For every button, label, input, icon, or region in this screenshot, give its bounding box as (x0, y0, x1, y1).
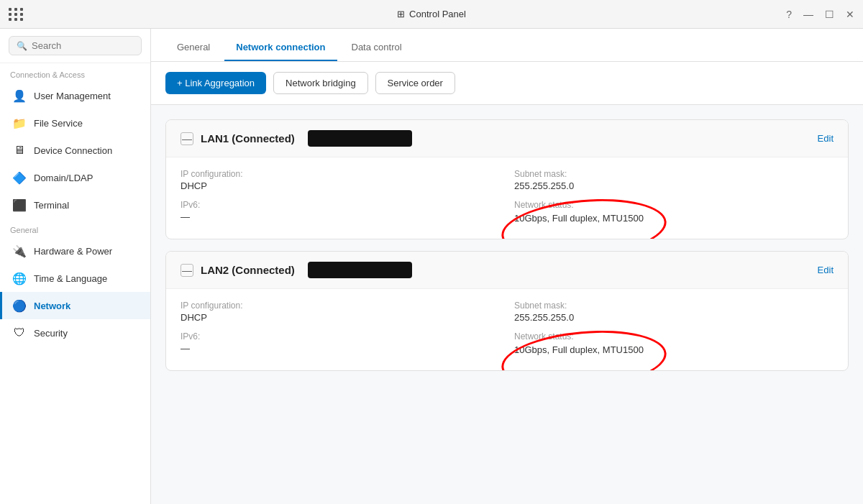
lan2-title: LAN2 (Connected) (201, 264, 295, 276)
sidebar-item-label: Network (34, 301, 70, 311)
sidebar-item-user-management[interactable]: 👤 User Management (0, 82, 150, 109)
sidebar-item-label: User Management (34, 91, 111, 101)
lan2-body: IP configuration: DHCP Subnet mask: 255.… (166, 289, 848, 370)
lan1-ip-config-label: IP configuration: (181, 169, 500, 179)
sidebar-item-security[interactable]: 🛡 Security (0, 319, 150, 347)
lan1-ipv6-value: — (181, 211, 500, 222)
window-icon: ⊞ (397, 9, 405, 19)
window-title: ⊞ Control Panel (397, 9, 466, 19)
link-aggregation-button[interactable]: + Link Aggregation (165, 72, 266, 94)
search-input[interactable] (32, 40, 134, 51)
lan1-minimize-button[interactable]: — (181, 132, 193, 145)
lan2-subnet-value: 255.255.255.0 (514, 312, 834, 323)
lan1-edit-button[interactable]: Edit (818, 133, 834, 144)
lan1-mac (308, 130, 412, 147)
service-order-button[interactable]: Service order (375, 72, 455, 94)
sidebar-item-device-connection[interactable]: 🖥 Device Connection (0, 137, 150, 164)
lan2-ip-config-field: IP configuration: DHCP (181, 301, 500, 323)
lan2-header: — LAN2 (Connected) Edit (166, 252, 848, 289)
network-bridging-button[interactable]: Network bridging (273, 72, 368, 94)
lan2-network-status-box: 10Gbps, Full duplex, MTU1500 (514, 344, 644, 355)
titlebar: ⊞ Control Panel ? — ☐ ✕ (0, 0, 863, 29)
sidebar-item-label: Security (34, 328, 68, 339)
lan2-network-status-field: Network status: 10Gbps, Full duplex, MTU… (514, 331, 834, 356)
main-scroll-area: — LAN1 (Connected) Edit IP configuration… (151, 105, 863, 504)
tab-data-control[interactable]: Data control (340, 35, 414, 61)
lan1-network-status-box: 10Gbps, Full duplex, MTU1500 (514, 213, 644, 224)
minimize-button[interactable]: — (803, 9, 813, 19)
sidebar-item-label: Terminal (34, 200, 69, 211)
network-icon: 🔵 (12, 298, 27, 313)
lan1-subnet-value: 255.255.255.0 (514, 180, 834, 191)
maximize-button[interactable]: ☐ (825, 9, 834, 19)
lan1-network-status-field: Network status: 10Gbps, Full duplex, MTU… (514, 200, 834, 224)
sidebar-item-label: Hardware & Power (34, 246, 112, 257)
security-icon: 🛡 (12, 326, 27, 340)
sidebar-item-terminal[interactable]: ⬛ Terminal (0, 191, 150, 219)
lan2-minimize-button[interactable]: — (181, 264, 193, 277)
sidebar-search-area: 🔍 (0, 29, 150, 63)
lan1-ip-config-field: IP configuration: DHCP (181, 169, 500, 191)
lan2-network-status-label: Network status: (514, 331, 834, 342)
sidebar-item-network[interactable]: 🔵 Network (0, 292, 150, 319)
help-button[interactable]: ? (786, 9, 792, 19)
close-button[interactable]: ✕ (846, 9, 854, 19)
lan1-ipv6-field: IPv6: — (181, 200, 500, 224)
sidebar-item-hardware-power[interactable]: 🔌 Hardware & Power (0, 237, 150, 265)
time-language-icon: 🌐 (12, 271, 27, 285)
lan1-body: IP configuration: DHCP Subnet mask: 255.… (166, 157, 848, 239)
lan2-subnet-label: Subnet mask: (514, 301, 834, 311)
sidebar-item-domain-ldap[interactable]: 🔷 Domain/LDAP (0, 164, 150, 191)
lan2-mac (308, 262, 412, 278)
tab-general[interactable]: General (165, 35, 222, 61)
file-service-icon: 📁 (12, 116, 27, 130)
lan2-ip-config-label: IP configuration: (181, 301, 500, 311)
lan1-card: — LAN1 (Connected) Edit IP configuration… (165, 119, 849, 239)
lan1-ip-config-value: DHCP (181, 180, 500, 191)
lan2-ip-config-value: DHCP (181, 312, 500, 323)
lan1-network-status-label: Network status: (514, 200, 834, 210)
lan1-network-status-value: 10Gbps, Full duplex, MTU1500 (514, 213, 644, 224)
apps-grid-button[interactable] (9, 8, 24, 21)
lan2-ipv6-field: IPv6: — (181, 331, 500, 356)
lan1-ipv6-label: IPv6: (181, 200, 500, 210)
section-label-general: General (0, 219, 150, 237)
lan2-subnet-field: Subnet mask: 255.255.255.0 (514, 301, 834, 323)
lan2-ipv6-label: IPv6: (181, 331, 500, 342)
lan2-edit-button[interactable]: Edit (818, 265, 834, 275)
search-icon: 🔍 (17, 41, 27, 51)
sidebar: 🔍 Connection & Access 👤 User Management … (0, 29, 151, 504)
lan2-card: — LAN2 (Connected) Edit IP configuration… (165, 251, 849, 371)
titlebar-controls: ? — ☐ ✕ (786, 9, 854, 19)
sidebar-item-label: Time & Language (34, 273, 107, 284)
hardware-power-icon: 🔌 (12, 244, 27, 258)
content-area: General Network connection Data control … (151, 29, 863, 504)
lan1-subnet-label: Subnet mask: (514, 169, 834, 179)
sidebar-item-file-service[interactable]: 📁 File Service (0, 109, 150, 137)
tab-bar: General Network connection Data control (151, 29, 863, 62)
section-label-connection: Connection & Access (0, 63, 150, 82)
lan2-network-status-value: 10Gbps, Full duplex, MTU1500 (514, 344, 644, 355)
domain-ldap-icon: 🔷 (12, 170, 27, 185)
device-connection-icon: 🖥 (12, 143, 27, 157)
toolbar: + Link Aggregation Network bridging Serv… (151, 62, 863, 105)
user-management-icon: 👤 (12, 88, 27, 103)
sidebar-item-label: Domain/LDAP (34, 173, 93, 183)
sidebar-item-label: Device Connection (34, 145, 112, 156)
lan2-ipv6-value: — (181, 343, 500, 354)
terminal-icon: ⬛ (12, 198, 27, 212)
tab-network-connection[interactable]: Network connection (224, 35, 337, 61)
sidebar-item-time-language[interactable]: 🌐 Time & Language (0, 265, 150, 292)
lan1-subnet-field: Subnet mask: 255.255.255.0 (514, 169, 834, 191)
sidebar-item-label: File Service (34, 118, 83, 129)
lan1-header: — LAN1 (Connected) Edit (166, 120, 848, 157)
lan1-title: LAN1 (Connected) (201, 132, 295, 145)
